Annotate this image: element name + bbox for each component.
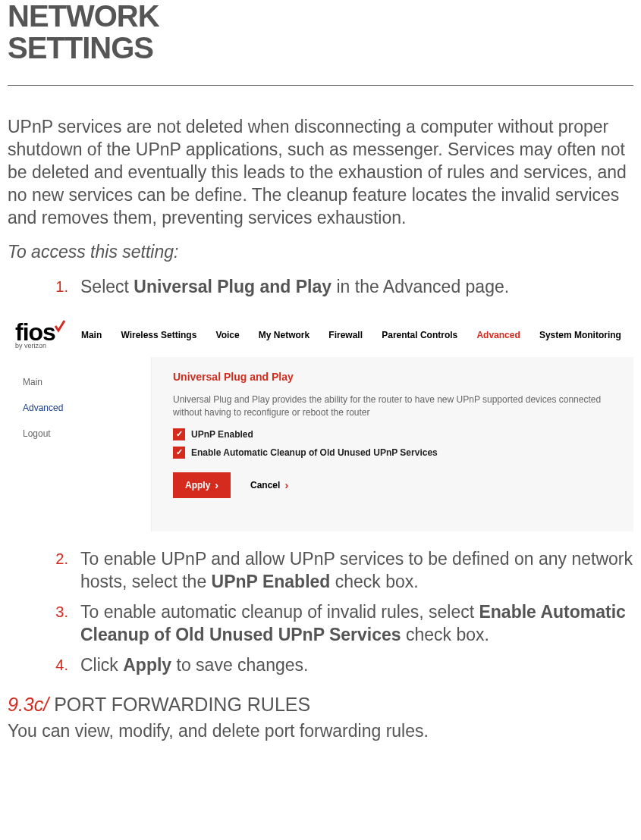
step-text: to save changes. [171,655,308,675]
intro-paragraph: UPnP services are not deleted when disco… [8,116,633,229]
page-title: NETWORK SETTINGS [8,0,633,85]
apply-button[interactable]: Apply [173,472,231,498]
sidebar-item-advanced[interactable]: Advanced [8,395,151,421]
step-text: Select [80,277,134,296]
sidebar-item-main[interactable]: Main [8,369,151,395]
step-4: 4. Click Apply to save changes. [8,654,633,677]
panel-description: Universal Plug and Play provides the abi… [173,393,612,419]
sidebar-item-logout[interactable]: Logout [8,421,151,447]
section-title: PORT FORWARDING RULES [54,694,310,715]
step-bold: UPnP Enabled [212,572,331,591]
step-1: 1. Select Universal Plug and Play in the… [8,276,633,299]
cancel-button[interactable]: Cancel [250,479,288,491]
step-body: Select Universal Plug and Play in the Ad… [80,276,633,299]
step-bold: Apply [123,655,171,675]
step-text: check box. [401,625,489,644]
steps-list: 1. Select Universal Plug and Play in the… [8,276,633,299]
checkbox-upnp-enabled[interactable]: ✓ UPnP Enabled [173,428,612,440]
logo-text: fios [15,320,55,344]
checkbox-label: UPnP Enabled [191,429,253,440]
nav-main[interactable]: Main [81,330,102,340]
title-line1: NETWORK [8,0,159,33]
step-3: 3. To enable automatic cleanup of invali… [8,601,633,647]
steps-list-cont: 2. To enable UPnP and allow UPnP service… [8,548,633,676]
checkbox-label: Enable Automatic Cleanup of Old Unused U… [191,447,438,458]
panel-actions: Apply Cancel [173,472,612,498]
nav-advanced[interactable]: Advanced [476,330,520,340]
nav-firewall[interactable]: Firewall [328,330,363,340]
access-label: To access this setting: [8,241,633,264]
router-topbar: fios by verizon Main Wireless Settings V… [8,314,633,357]
checkbox-auto-cleanup[interactable]: ✓ Enable Automatic Cleanup of Old Unused… [173,447,612,459]
step-body: To enable UPnP and allow UPnP services t… [80,548,633,594]
section-description: You can view, modify, and delete port fo… [8,720,633,743]
step-body: To enable automatic cleanup of invalid r… [80,601,633,647]
verizon-check-icon [54,320,66,337]
title-line2: SETTINGS [8,31,153,64]
router-main: Main Advanced Logout Universal Plug and … [8,357,633,531]
checkbox-icon[interactable]: ✓ [173,447,185,459]
section-heading: 9.3c/ PORT FORWARDING RULES [8,694,633,716]
settings-panel: Universal Plug and Play Universal Plug a… [152,357,633,531]
step-text: in the Advanced page. [331,277,509,296]
fios-logo: fios by verizon [15,320,66,349]
nav-my-network[interactable]: My Network [259,330,310,340]
step-text: check box. [330,572,418,591]
step-bold: Universal Plug and Play [134,277,331,296]
nav-wireless[interactable]: Wireless Settings [121,330,196,340]
nav-system-monitoring[interactable]: System Monitoring [539,330,621,340]
nav-voice[interactable]: Voice [216,330,240,340]
nav-parental[interactable]: Parental Controls [382,330,457,340]
step-number: 1. [53,276,80,296]
router-screenshot: fios by verizon Main Wireless Settings V… [8,314,633,531]
step-text: Click [80,655,123,675]
panel-title: Universal Plug and Play [173,371,612,383]
checkbox-icon[interactable]: ✓ [173,428,185,440]
section-number: 9.3c/ [8,694,54,715]
sidebar: Main Advanced Logout [8,357,152,531]
step-2: 2. To enable UPnP and allow UPnP service… [8,548,633,594]
step-text: To enable automatic cleanup of invalid r… [80,602,479,622]
step-number: 4. [53,654,80,674]
title-divider [8,85,633,86]
step-number: 3. [53,601,80,621]
step-number: 2. [53,548,80,568]
step-body: Click Apply to save changes. [80,654,633,677]
top-nav: Main Wireless Settings Voice My Network … [78,330,626,340]
